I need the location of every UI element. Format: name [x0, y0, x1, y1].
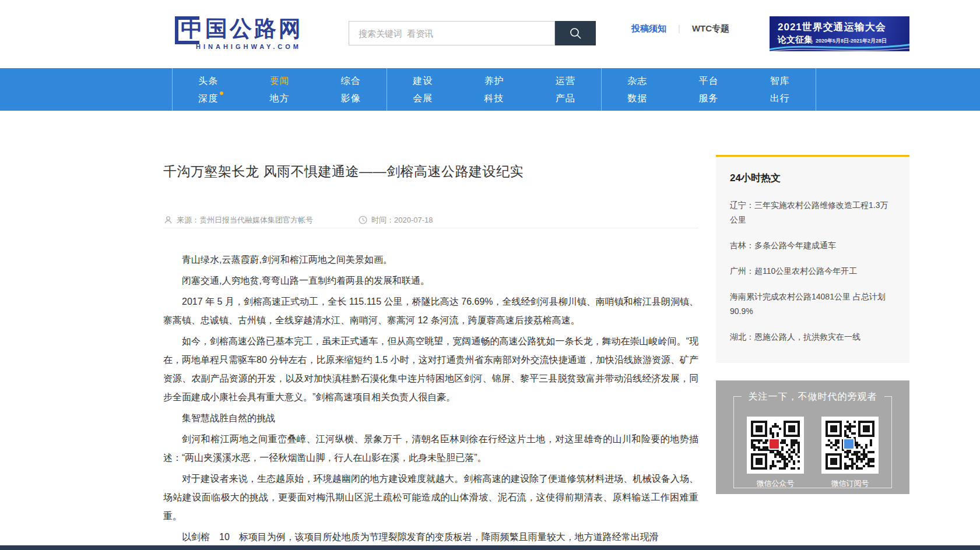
nav-item-深度[interactable]: 深度 — [198, 90, 218, 107]
article-paragraph: 青山绿水,云蒸霞蔚,剑河和榕江两地之间美景如画。 — [163, 251, 698, 269]
logo-text: 中国公路网 — [181, 14, 303, 44]
author-icon — [163, 215, 173, 225]
article-paragraph: 2017 年 5 月，剑榕高速正式动工，全长 115.115 公里，桥隧比高达 … — [163, 292, 698, 330]
article-paragraph: 剑河和榕江两地之间重峦叠嶂、江河纵横、景象万千，清朝名臣林则徐在行经这片土地，对… — [163, 430, 698, 467]
search-button[interactable] — [555, 21, 596, 45]
article-body: 青山绿水,云蒸霞蔚,剑河和榕江两地之间美景如画。闭塞交通,人穷地贫,弯弯山路一直… — [163, 251, 698, 547]
nav-items-container: 头条深度要闻地方综合影像建设会展养护科技运营产品杂志数据平台服务智库出行 — [172, 68, 816, 111]
banner-line1: 2021世界交通运输大会 — [778, 20, 886, 34]
nav-column: 平台服务 — [673, 72, 744, 107]
hot-article-link[interactable]: 辽宁：三年实施农村公路维修改造工程1.3万公里 — [730, 198, 895, 227]
hot-articles-box: 24小时热文 辽宁：三年实施农村公路维修改造工程1.3万公里吉林：多条公路今年建… — [716, 155, 909, 363]
header-links: 投稿须知|WTC专题 — [631, 23, 729, 34]
submission-guide-link[interactable]: 投稿须知 — [631, 23, 666, 33]
hot-articles-list: 辽宁：三年实施农村公路维修改造工程1.3万公里吉林：多条公路今年建成通车广州：超… — [730, 198, 895, 344]
article-paragraph: 集智慧战胜自然的挑战 — [163, 409, 698, 428]
qr-label: 微信订阅号 — [821, 478, 879, 489]
nav-column: 建设会展 — [387, 72, 458, 107]
nav-item-平台[interactable]: 平台 — [698, 72, 718, 90]
article-paragraph: 以剑榕 10 标项目为例，该项目所处地质为节理裂隙发育的变质板岩，降雨频繁且雨量… — [163, 528, 698, 547]
qr-code-image — [821, 417, 879, 474]
banner-date: 2020年5月8日-2021年2月28日 — [816, 38, 887, 44]
main-nav: 头条深度要闻地方综合影像建设会展养护科技运营产品杂志数据平台服务智库出行 — [0, 68, 980, 111]
nav-item-运营[interactable]: 运营 — [556, 72, 575, 90]
nav-column: 头条深度 — [173, 72, 244, 107]
article-time-wrap: 时间：2020-07-18 — [358, 215, 433, 225]
hot-article-link[interactable]: 广州：超110公里农村公路今年开工 — [730, 264, 895, 278]
site-header: 中国公路网 HINAHIGHWAY.COM 投稿须知|WTC专题 2021世界交… — [0, 0, 980, 68]
nav-item-产品[interactable]: 产品 — [556, 90, 575, 107]
nav-item-服务[interactable]: 服务 — [698, 90, 718, 107]
nav-group: 头条深度要闻地方综合影像 — [172, 68, 387, 111]
new-dot-icon — [220, 91, 223, 95]
search-input[interactable] — [349, 21, 555, 45]
nav-item-影像[interactable]: 影像 — [341, 90, 361, 107]
bottom-bar — [0, 545, 980, 550]
follow-title: 关注一下，不做时代的旁观者 — [716, 391, 909, 403]
link-divider: | — [678, 23, 680, 33]
nav-item-科技[interactable]: 科技 — [484, 90, 504, 107]
article-meta: 来源：贵州日报当代融媒体集团官方帐号 时间：2020-07-18 — [163, 217, 698, 228]
banner-line2: 论文征集2020年5月8日-2021年2月28日 — [778, 34, 887, 45]
article: 千沟万壑架长龙 风雨不惧建通途——剑榕高速公路建设纪实 来源：贵州日报当代融媒体… — [163, 147, 698, 549]
nav-item-建设[interactable]: 建设 — [413, 72, 433, 90]
nav-item-出行[interactable]: 出行 — [770, 90, 790, 107]
nav-column: 要闻地方 — [244, 72, 315, 107]
hot-article-link[interactable]: 海南累计完成农村公路14081公里 占总计划90.9% — [730, 290, 895, 319]
nav-item-地方[interactable]: 地方 — [269, 90, 289, 107]
article-paragraph: 闭塞交通,人穷地贫,弯弯山路一直制约着两县的发展和联通。 — [163, 272, 698, 290]
nav-group: 杂志数据平台服务智库出行 — [601, 68, 816, 111]
nav-item-头条[interactable]: 头条 — [198, 72, 218, 90]
search-icon — [568, 26, 582, 40]
wtc-topic-link[interactable]: WTC专题 — [692, 23, 729, 33]
nav-item-要闻[interactable]: 要闻 — [269, 72, 289, 90]
article-paragraph: 如今，剑榕高速公路已基本完工，虽未正式通车，但从高空眺望，宽阔通畅的高速公路犹如… — [163, 332, 698, 407]
qr-card: 微信订阅号 — [821, 417, 879, 489]
nav-item-杂志[interactable]: 杂志 — [627, 72, 647, 90]
site-logo[interactable]: 中国公路网 HINAHIGHWAY.COM — [175, 13, 326, 57]
article-paragraph: 对于建设者来说，生态越原始，环境越幽闭的地方建设难度就越大。剑榕高速的建设除了便… — [163, 470, 698, 526]
hot-article-link[interactable]: 吉林：多条公路今年建成通车 — [730, 238, 895, 253]
hot-articles-title: 24小时热文 — [730, 171, 895, 185]
qr-codes-row: 微信公众号微信订阅号 — [716, 417, 909, 489]
article-source: 来源：贵州日报当代融媒体集团官方帐号 — [177, 215, 313, 225]
nav-column: 运营产品 — [530, 72, 601, 107]
qr-label: 微信公众号 — [747, 478, 804, 489]
nav-column: 智库出行 — [744, 72, 816, 107]
nav-group: 建设会展养护科技运营产品 — [387, 68, 601, 111]
nav-column: 杂志数据 — [602, 72, 673, 107]
nav-column: 综合影像 — [315, 72, 387, 107]
qr-card: 微信公众号 — [747, 417, 804, 489]
article-title: 千沟万壑架长龙 风雨不惧建通途——剑榕高速公路建设纪实 — [163, 162, 698, 181]
article-date: 时间：2020-07-18 — [371, 215, 433, 225]
nav-item-数据[interactable]: 数据 — [627, 90, 647, 107]
page: 中国公路网 HINAHIGHWAY.COM 投稿须知|WTC专题 2021世界交… — [0, 0, 980, 550]
follow-box: 关注一下，不做时代的旁观者 微信公众号微信订阅号 — [716, 380, 909, 494]
nav-item-会展[interactable]: 会展 — [413, 90, 433, 107]
nav-column: 养护科技 — [458, 72, 529, 107]
logo-subtext: HINAHIGHWAY.COM — [196, 43, 301, 50]
nav-item-智库[interactable]: 智库 — [770, 72, 790, 90]
nav-item-综合[interactable]: 综合 — [341, 72, 361, 90]
hot-article-link[interactable]: 湖北：恩施公路人，抗洪救灾在一线 — [730, 330, 895, 344]
clock-icon — [358, 215, 368, 225]
banner-ad[interactable]: 2021世界交通运输大会 论文征集2020年5月8日-2021年2月28日 — [770, 16, 909, 51]
qr-code-image — [747, 417, 804, 474]
nav-item-养护[interactable]: 养护 — [484, 72, 504, 90]
